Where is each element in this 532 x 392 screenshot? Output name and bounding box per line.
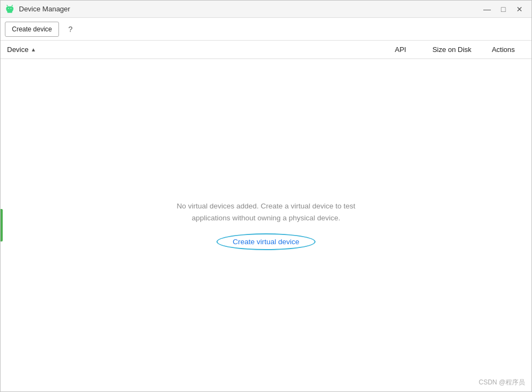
android-icon [5,4,15,14]
empty-line1: No virtual devices added. Create a virtu… [176,200,355,212]
minimize-button[interactable]: — [480,3,495,15]
content-area: No virtual devices added. Create a virtu… [1,59,531,391]
table-header: Device ▲ API Size on Disk Actions [1,41,531,59]
device-column-header[interactable]: Device ▲ [7,45,379,54]
empty-line2: applications without owning a physical d… [176,212,355,224]
left-accent-bar [1,209,3,241]
api-column-header: API [379,45,422,54]
size-column-header: Size on Disk [422,45,482,54]
help-button[interactable]: ? [63,22,77,36]
sort-arrow-icon: ▲ [31,47,36,53]
title-bar-controls: — □ ✕ [480,3,527,15]
app-title: Device Manager [19,5,70,13]
actions-column-header: Actions [482,45,525,54]
svg-rect-6 [12,9,14,11]
device-manager-window: Device Manager — □ ✕ Create device ? Dev… [0,0,532,392]
toolbar: Create device ? [1,18,531,41]
svg-rect-5 [6,9,8,11]
empty-state-message: No virtual devices added. Create a virtu… [176,200,355,224]
create-device-button[interactable]: Create device [5,22,59,37]
svg-line-2 [7,5,8,6]
svg-point-0 [8,8,9,9]
title-bar-left: Device Manager [5,4,70,14]
svg-rect-4 [8,11,12,12]
svg-line-3 [12,5,13,6]
title-bar: Device Manager — □ ✕ [1,1,531,18]
svg-point-1 [11,8,12,9]
watermark-text: CSDN @程序员 [478,378,525,387]
close-button[interactable]: ✕ [512,3,527,15]
create-virtual-device-link[interactable]: Create virtual device [216,233,316,250]
maximize-button[interactable]: □ [496,3,511,15]
